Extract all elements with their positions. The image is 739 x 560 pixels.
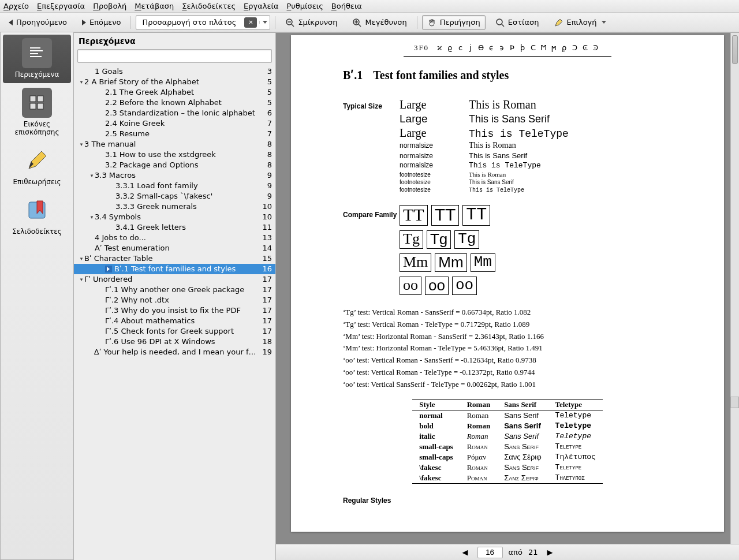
toc-entry[interactable]: 2.2 Before the known Alphabet5 [74, 98, 275, 108]
toc-entry[interactable]: 3.4.1 Greek letters11 [74, 222, 275, 233]
test-results: ‘Tg’ test: Vertical Roman - SansSerif = … [343, 307, 672, 391]
table-cell: Sans Serif [497, 442, 548, 452]
size-label: Large [400, 126, 469, 140]
zoom-in-icon [352, 18, 361, 27]
toc-search-input[interactable] [77, 49, 272, 63]
toc-entry[interactable]: Αʹ Test enumeration14 [74, 243, 275, 253]
zoom-out-button[interactable]: Σμίκρυνση [280, 15, 342, 30]
menu-σελιδοδείκτες[interactable]: Σελιδοδείκτες [182, 2, 236, 10]
sample-text: This is TeleType [469, 128, 672, 140]
select-button[interactable]: Επιλογή [549, 15, 611, 30]
section-number: Βʹ.1 [343, 69, 363, 81]
menu-βοήθεια[interactable]: Βοήθεια [331, 2, 362, 10]
toc-entry[interactable]: 3.3.2 Small-caps `\fakesc'9 [74, 191, 275, 201]
menu-επεξεργασία[interactable]: Επεξεργασία [37, 2, 85, 10]
toc-entry[interactable]: 2.3 Standardization – the Ionic alphabet… [74, 108, 275, 118]
toc-entry[interactable]: Γʹ.6 Use 96 DPI at X Windows18 [74, 337, 275, 347]
toc-page: 9 [263, 181, 272, 191]
toc-page: 17 [257, 326, 272, 337]
next-button[interactable]: Επόμενο [77, 15, 126, 29]
prev-button[interactable]: Προηγούμενο [3, 15, 72, 29]
sidebar-item-bookmarks[interactable]: Σελιδοδείκτες [3, 192, 71, 240]
toc-entry[interactable]: 3.3.3 Greek numerals10 [74, 201, 275, 212]
toc-entry[interactable]: 1 Goals3 [74, 66, 275, 77]
sidebar-item-reviews[interactable]: Επιθεωρήσεις [3, 142, 71, 191]
sidebar-item-thumbnails[interactable]: Εικόνες επισκόπησης [3, 84, 71, 141]
toc-label: Γʹ.2 Why not .dtx [105, 295, 169, 305]
toc-entry[interactable]: 4 Jobs to do...13 [74, 233, 275, 243]
menu-ρυθμίσεις[interactable]: Ρυθμίσεις [287, 2, 323, 10]
toc-entry[interactable]: 2.1 The Greek Alphabet5 [74, 87, 275, 98]
thumbnails-icon [22, 88, 52, 118]
table-cell: Teletype [548, 421, 603, 431]
toc-page: 7 [263, 118, 272, 129]
chevron-down-icon[interactable] [259, 21, 270, 24]
menu-προβολή[interactable]: Προβολή [93, 2, 126, 10]
focus-button[interactable]: Εστίαση [490, 15, 544, 30]
table-row: boldRomanSans SerifTeletype [412, 421, 603, 431]
scrollbar-thumb[interactable] [732, 35, 738, 64]
clear-icon[interactable]: ✕ [244, 17, 257, 28]
table-cell: Τηλέτυπος [548, 452, 603, 462]
page-input[interactable] [477, 547, 503, 558]
browse-button[interactable]: Περιήγηση [422, 15, 486, 30]
toc-page: 8 [263, 139, 272, 150]
glyph-box: oo [452, 277, 477, 295]
page-next-button[interactable]: ▶ [543, 547, 556, 558]
toc-label: 3.2 Package and Options [105, 160, 199, 170]
scrollbar-grip[interactable] [730, 397, 739, 408]
menu-μετάβαση[interactable]: Μετάβαση [135, 2, 174, 10]
toc-entry[interactable]: 3.3.1 Load font family9 [74, 181, 275, 191]
toc-entry[interactable]: 3.2 Package and Options8 [74, 160, 275, 170]
toc-entry[interactable]: ▾3 The manual8 [74, 139, 275, 150]
table-cell: italic [412, 431, 460, 442]
table-cell: small-caps [412, 452, 460, 462]
toc-page: 11 [257, 222, 272, 233]
table-cell: Teletype [548, 410, 603, 421]
table-cell: Ρόμαν [460, 452, 497, 462]
vertical-scrollbar[interactable] [730, 33, 739, 544]
toc-entry[interactable]: 2.5 Resume7 [74, 129, 275, 139]
toc-entry[interactable]: Γʹ.4 About mathematics17 [74, 316, 275, 326]
toc-entry[interactable]: Γʹ.1 Why another one Greek package17 [74, 285, 275, 295]
svg-rect-11 [30, 53, 38, 54]
toc-tree[interactable]: 1 Goals3▾2 A Brief Story of the Alphabet… [74, 66, 275, 560]
menu-αρχείο[interactable]: Αρχείο [3, 2, 29, 10]
svg-rect-13 [30, 96, 36, 102]
glyph-box: oo [425, 277, 449, 295]
toc-entry[interactable]: 3.1 How to use the xstdgreek8 [74, 150, 275, 160]
table-cell: Sans Serif [497, 410, 548, 421]
toc-entry[interactable]: 2.4 Koine Greek7 [74, 118, 275, 129]
page-prev-button[interactable]: ◀ [459, 547, 472, 558]
toc-entry[interactable]: Δʹ Your help is needed, and I mean your … [74, 347, 275, 357]
table-row: \fakescΡοmanΣανς ΣεριφΤηλετυπος [412, 473, 603, 484]
table-header: Sans Serif [497, 399, 548, 410]
sidebar-item-contents[interactable]: Περιεχόμενα [3, 35, 71, 83]
toc-page: 6 [263, 108, 272, 118]
toc-entry[interactable]: Βʹ.1 Test font families and styles16 [74, 264, 275, 274]
toc-label: 2.5 Resume [105, 129, 150, 139]
menu-εργαλεία[interactable]: Εργαλεία [244, 2, 278, 10]
toc-entry[interactable]: ▾2 A Brief Story of the Alphabet5 [74, 77, 275, 87]
toc-label: 3.1 How to use the xstdgreek [105, 150, 216, 160]
table-cell: \fakesc [412, 473, 460, 484]
sample-text: This is TeleType [469, 187, 672, 193]
svg-line-4 [359, 24, 361, 27]
table-cell: Σανς Σέριφ [497, 452, 548, 462]
toc-entry[interactable]: ▾Γʹ Unordered17 [74, 274, 275, 285]
toc-entry[interactable]: Γʹ.2 Why not .dtx17 [74, 295, 275, 305]
toc-entry[interactable]: ▾Βʹ Character Table15 [74, 253, 275, 264]
toc-entry[interactable]: Γʹ.3 Why do you insist to fix the PDF17 [74, 305, 275, 316]
toc-page: 19 [257, 347, 272, 357]
table-cell: Ροman [460, 473, 497, 484]
test-line: ‘oo’ test: Vertical Roman - SansSerif = … [343, 354, 672, 367]
toc-entry[interactable]: ▾3.4 Symbols10 [74, 212, 275, 222]
zoom-combo[interactable]: Προσαρμογή στο πλάτος ✕ [136, 15, 270, 30]
toc-page: 3 [263, 66, 272, 77]
toc-entry[interactable]: Γʹ.5 Check fonts for Greek support17 [74, 326, 275, 337]
document-scroll[interactable]: 3F0ϰϱϲϳϴϵ϶ϷϸϹϺϻϼϽϾϿ Βʹ.1Test font famili… [276, 33, 739, 544]
toc-entry[interactable]: ▾3.3 Macros9 [74, 170, 275, 181]
test-line: ‘Mm’ test: Horizontal Roman - TeleType =… [343, 342, 672, 354]
zoom-in-button[interactable]: Μεγέθυνση [347, 15, 412, 30]
test-line: ‘oo’ test: Vertical Roman - TeleType = -… [343, 367, 672, 379]
